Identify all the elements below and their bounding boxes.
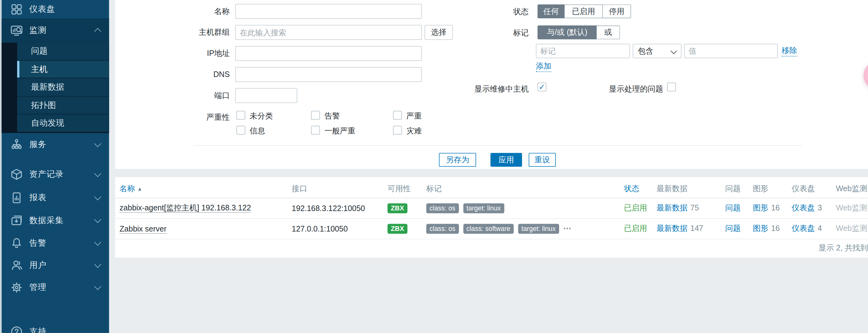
show-maintenance-checkbox[interactable] — [537, 83, 547, 92]
tag-match-select[interactable]: 包含 — [632, 44, 681, 58]
severity-warning-checkbox[interactable] — [311, 111, 320, 120]
tag-name-input[interactable] — [536, 44, 630, 58]
dns-label: DNS — [147, 69, 230, 79]
sidebar-subitem-problems[interactable]: 问题 — [17, 42, 109, 61]
dashboards-link[interactable]: 仪表盘 — [792, 203, 815, 212]
problems-link[interactable]: 问题 — [725, 224, 741, 233]
support-icon — [10, 325, 23, 333]
tag-remove-link[interactable]: 移除 — [782, 46, 797, 57]
status-option-enabled[interactable]: 已启用 — [565, 4, 603, 18]
sidebar-item-inventory[interactable]: 资产记录 — [2, 163, 109, 186]
dashboards-link[interactable]: 仪表盘 — [792, 224, 815, 233]
tag-match-value: 包含 — [638, 47, 653, 57]
status-option-any[interactable]: 任何 — [537, 4, 564, 18]
severity-disaster-checkbox[interactable] — [393, 126, 402, 135]
sidebar-item-support[interactable]: 支持 — [2, 320, 109, 333]
chevron-down-icon — [94, 193, 101, 200]
sidebar-item-label: 监测 — [29, 25, 46, 36]
gear-icon — [10, 280, 23, 294]
latest-data-count: 75 — [690, 203, 699, 212]
table-header-row: 名称▲ 接口 可用性 标记 状态 最新数据 问题 图形 仪表盘 Web监测 — [115, 180, 868, 198]
reset-button[interactable]: 重设 — [529, 153, 556, 167]
column-header-availability: 可用性 — [388, 184, 426, 194]
chevron-down-icon — [94, 283, 101, 290]
web-scenarios-disabled: Web监测 — [836, 203, 867, 212]
tag-operator-segmented-control: 与/或 (默认) 或 — [537, 26, 620, 39]
name-label: 名称 — [147, 6, 230, 16]
ip-input[interactable] — [236, 46, 422, 61]
severity-option-label: 信息 — [250, 126, 265, 135]
more-tags-button[interactable]: ••• — [563, 225, 571, 232]
sidebar-item-administration[interactable]: 管理 — [2, 276, 109, 299]
host-name-link[interactable]: zabbix-agent[监控主机] 192.168.3.122 — [120, 203, 251, 213]
dashboards-count: 4 — [818, 224, 822, 233]
port-input[interactable] — [236, 88, 298, 103]
severity-option-label: 一般严重 — [324, 126, 355, 135]
severity-high-checkbox[interactable] — [393, 111, 402, 120]
sidebar-submenu: 问题 主机 最新数据 拓扑图 自动发现 — [2, 42, 109, 133]
table-footer-count: 显示 2, 共找到 — [669, 243, 868, 253]
hosts-filter-panel: 名称 主机群组 选择 IP地址 DNS 端口 严重性 未分类 信息 告警 一般严… — [115, 0, 868, 169]
severity-label: 严重性 — [147, 112, 230, 122]
dns-input[interactable] — [236, 67, 422, 82]
graphs-link[interactable]: 图形 — [753, 224, 769, 233]
chevron-down-icon — [94, 140, 101, 147]
dashboards-count: 3 — [818, 203, 822, 212]
severity-average-checkbox[interactable] — [311, 126, 320, 135]
tag-value-input[interactable] — [684, 44, 778, 58]
graphs-count: 16 — [771, 203, 780, 212]
tag-operator-and-or[interactable]: 与/或 (默认) — [537, 26, 597, 39]
column-header-name[interactable]: 名称▲ — [120, 184, 292, 194]
sidebar-item-services[interactable]: 服务 — [2, 133, 109, 155]
monitoring-icon — [10, 24, 23, 37]
host-status-link[interactable]: 已启用 — [624, 203, 647, 212]
column-header-problems: 问题 — [725, 184, 753, 194]
sidebar-subitem-hosts[interactable]: 主机 — [17, 61, 109, 79]
host-groups-input[interactable] — [236, 25, 422, 40]
sidebar-item-alerts[interactable]: 告警 — [2, 232, 109, 254]
problems-link[interactable]: 问题 — [725, 203, 741, 212]
tag-chip: target: linux — [463, 203, 504, 213]
status-label: 状态 — [446, 6, 529, 17]
severity-information-checkbox[interactable] — [236, 126, 245, 135]
host-interface: 127.0.0.1:10050 — [292, 224, 388, 233]
host-name-link[interactable]: Zabbix server — [120, 224, 166, 234]
sidebar-item-users[interactable]: 用户 — [2, 254, 109, 276]
show-suppressed-checkbox[interactable] — [667, 83, 676, 92]
host-status-link[interactable]: 已启用 — [624, 224, 647, 233]
graphs-count: 16 — [771, 224, 780, 233]
column-header-interface: 接口 — [292, 184, 388, 194]
hosts-table-panel: 名称▲ 接口 可用性 标记 状态 最新数据 问题 图形 仪表盘 Web监测 za… — [115, 177, 868, 258]
host-groups-label: 主机群组 — [147, 27, 230, 37]
tag-add-link[interactable]: 添加 — [536, 61, 551, 72]
sidebar-item-label: 数据采集 — [29, 215, 64, 225]
graphs-link[interactable]: 图形 — [753, 203, 769, 212]
sidebar-item-label: 用户 — [29, 260, 46, 270]
name-input[interactable] — [236, 4, 422, 19]
sidebar-subitem-maps[interactable]: 拓扑图 — [17, 97, 109, 115]
severity-not-classified-checkbox[interactable] — [236, 111, 245, 120]
sidebar-subitem-discovery[interactable]: 自动发现 — [17, 115, 109, 132]
services-icon — [10, 138, 23, 151]
chevron-down-icon — [94, 170, 101, 177]
status-option-disabled[interactable]: 停用 — [603, 4, 631, 18]
sidebar-item-reports[interactable]: 报表 — [2, 186, 109, 209]
sidebar-item-label: 资产记录 — [29, 169, 64, 179]
availability-zbx-badge: ZBX — [388, 224, 407, 234]
filter-divider — [193, 145, 802, 146]
show-suppressed-label: 显示处理的问题 — [580, 84, 663, 94]
column-header-tags: 标记 — [426, 184, 624, 194]
sidebar-item-data-collection[interactable]: 数据采集 — [2, 209, 109, 232]
user-icon — [10, 259, 23, 272]
tag-operator-or[interactable]: 或 — [597, 26, 620, 39]
sidebar-subitem-latest-data[interactable]: 最新数据 — [17, 79, 109, 97]
availability-zbx-badge: ZBX — [388, 203, 407, 213]
save-as-button[interactable]: 另存为 — [439, 153, 476, 167]
latest-data-link[interactable]: 最新数据 — [656, 203, 687, 212]
apply-button[interactable]: 应用 — [491, 153, 522, 167]
tag-chip: class: os — [426, 203, 459, 213]
column-header-status[interactable]: 状态 — [624, 184, 656, 194]
latest-data-link[interactable]: 最新数据 — [656, 224, 687, 233]
sidebar-item-monitoring[interactable]: 监测 — [2, 18, 109, 43]
sidebar-item-dashboard[interactable]: 仪表盘 — [2, 0, 109, 18]
